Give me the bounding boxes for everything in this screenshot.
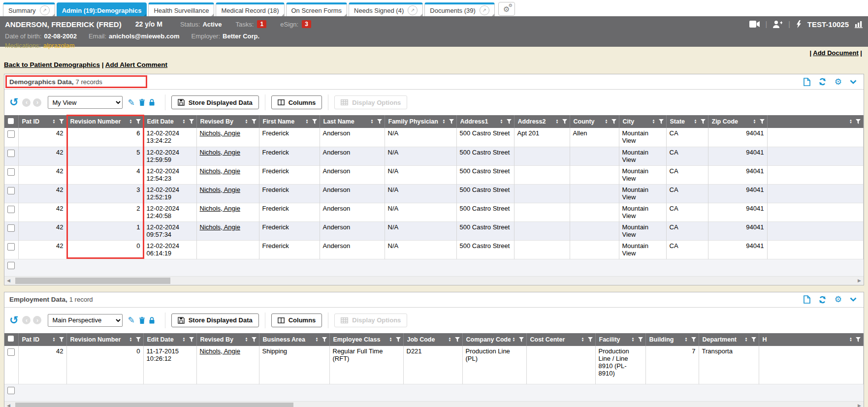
cell-revised-by-link[interactable] [196, 240, 259, 259]
column-header[interactable]: Address2 ▲▼ [514, 115, 570, 128]
cell-revised-by-link[interactable]: Nichols, Angie [196, 346, 259, 384]
tab-summary[interactable]: Summary ↗ [3, 2, 55, 16]
hscrollbar-thumb[interactable] [15, 403, 293, 407]
view-select[interactable]: My View [48, 96, 123, 109]
filter-funnel-icon[interactable] [562, 119, 567, 124]
sort-icon[interactable]: ▲▼ [513, 337, 515, 342]
column-header[interactable]: Revision Number ▲▼ [66, 333, 143, 346]
store-displayed-data-button[interactable]: Store Displayed Data [171, 313, 259, 327]
filter-funnel-icon[interactable] [519, 337, 524, 342]
sort-icon[interactable]: ▲▼ [632, 337, 635, 342]
select-all-checkbox[interactable] [8, 336, 14, 342]
column-header[interactable]: Revision Number ▲▼ [66, 115, 143, 128]
filter-funnel-icon[interactable] [760, 119, 765, 124]
select-all-header[interactable] [4, 115, 18, 128]
filter-funnel-icon[interactable] [691, 337, 696, 342]
panel-settings-gear-icon[interactable]: ⚙ [835, 295, 842, 304]
back-to-demographics-link[interactable]: Back to Patient Demographics [4, 61, 100, 68]
row-checkbox[interactable] [7, 348, 15, 356]
scroll-right-arrow[interactable]: ▶ [858, 278, 861, 283]
filter-funnel-icon[interactable] [136, 337, 141, 342]
medications-value[interactable]: alprazolam [43, 42, 75, 49]
sort-icon[interactable]: ▲▼ [129, 119, 132, 124]
filter-funnel-icon[interactable] [189, 337, 194, 342]
column-header[interactable]: Company Code ▲▼ [462, 333, 526, 346]
edit-view-pencil-icon[interactable]: ✎ [128, 316, 134, 324]
undo-icon[interactable]: ↺ [9, 97, 18, 108]
new-document-icon[interactable] [804, 295, 810, 304]
view-select[interactable]: Main Perspective [48, 314, 123, 327]
add-person-icon[interactable] [773, 21, 782, 28]
cell-revised-by-link[interactable]: Nichols, Angie [196, 203, 259, 221]
row-checkbox[interactable] [7, 262, 15, 269]
column-header[interactable]: Facility ▲▼ [595, 333, 645, 346]
horizontal-scrollbar[interactable]: ◀ ▶ [4, 277, 864, 285]
filter-funnel-icon[interactable] [59, 337, 64, 342]
column-header[interactable]: Pat ID ▲▼ [18, 333, 66, 346]
column-header[interactable]: ▲▼ [767, 115, 864, 128]
add-alert-comment-link[interactable]: Add Alert Comment [105, 61, 167, 68]
column-header[interactable]: Pat ID ▲▼ [18, 115, 66, 128]
sort-icon[interactable]: ▲▼ [53, 119, 56, 124]
filter-funnel-icon[interactable] [189, 119, 194, 124]
filter-funnel-icon[interactable] [751, 337, 756, 342]
column-header[interactable]: H ▲▼ [759, 333, 864, 346]
hscrollbar-thumb[interactable] [15, 278, 170, 284]
column-header[interactable]: Edit Date ▲▼ [143, 115, 196, 128]
filter-funnel-icon[interactable] [659, 119, 664, 124]
column-header[interactable]: State ▲▼ [666, 115, 708, 128]
column-header[interactable]: Revised By ▲▼ [196, 115, 259, 128]
row-checkbox[interactable] [7, 187, 15, 194]
filter-funnel-icon[interactable] [856, 119, 861, 124]
scroll-right-arrow[interactable]: ▶ [858, 403, 861, 407]
column-header[interactable]: Address1 ▲▼ [456, 115, 514, 128]
collapse-chevron-icon[interactable] [850, 80, 857, 84]
sort-icon[interactable]: ▲▼ [652, 119, 655, 124]
sort-icon[interactable]: ▲▼ [605, 119, 608, 124]
sort-icon[interactable]: ▲▼ [745, 337, 748, 342]
sort-icon[interactable]: ▲▼ [245, 337, 248, 342]
row-checkbox[interactable] [7, 206, 15, 213]
columns-button[interactable]: Columns [271, 95, 322, 109]
cell-revised-by-link[interactable]: Nichols, Angie [196, 165, 259, 184]
settings-tab-button[interactable]: ⚙ ⚙ [498, 2, 515, 16]
add-document-link[interactable]: Add Document [813, 49, 858, 57]
sort-icon[interactable]: ▲▼ [685, 337, 688, 342]
collapse-chevron-icon[interactable] [850, 297, 857, 302]
panel-settings-gear-icon[interactable]: ⚙ [835, 78, 842, 86]
sort-icon[interactable]: ▲▼ [443, 119, 446, 124]
row-checkbox[interactable] [7, 243, 15, 250]
popout-circle-icon[interactable]: ↗ [408, 5, 418, 15]
sort-icon[interactable]: ▲▼ [53, 337, 56, 342]
scroll-left-arrow[interactable]: ◀ [7, 278, 10, 283]
column-header[interactable]: Family Physician ▲▼ [385, 115, 456, 128]
columns-button[interactable]: Columns [271, 313, 322, 327]
sort-icon[interactable]: ▲▼ [753, 119, 756, 124]
lock-view-icon[interactable] [149, 317, 155, 324]
row-checkbox[interactable] [7, 387, 15, 394]
refresh-icon[interactable] [818, 296, 827, 304]
tab-admin-demographics[interactable]: Admin (19):Demographics [57, 2, 147, 16]
tab-health-surveillance[interactable]: Health Surveillance [148, 2, 214, 16]
bar-chart-icon[interactable] [855, 21, 863, 28]
sort-icon[interactable]: ▲▼ [694, 119, 697, 124]
filter-funnel-icon[interactable] [322, 337, 327, 342]
undo-icon[interactable]: ↺ [9, 315, 18, 326]
tasks-badge[interactable]: 1 [257, 20, 266, 28]
column-header[interactable]: Last Name ▲▼ [320, 115, 385, 128]
row-checkbox[interactable] [7, 168, 15, 176]
filter-funnel-icon[interactable] [252, 337, 257, 342]
column-header[interactable]: Job Code ▲▼ [403, 333, 462, 346]
popout-circle-icon[interactable]: ↗ [480, 5, 489, 15]
column-header[interactable]: Cost Center ▲▼ [526, 333, 595, 346]
tab-medical-record[interactable]: Medical Record (18) [216, 2, 284, 16]
sort-icon[interactable]: ▲▼ [500, 119, 503, 124]
new-document-icon[interactable] [804, 78, 810, 86]
filter-funnel-icon[interactable] [312, 119, 317, 124]
filter-funnel-icon[interactable] [588, 337, 593, 342]
row-checkbox[interactable] [7, 224, 15, 232]
column-header[interactable]: Department ▲▼ [699, 333, 759, 346]
sort-icon[interactable]: ▲▼ [371, 119, 374, 124]
tab-on-screen-forms[interactable]: On Screen Forms [286, 2, 348, 16]
filter-funnel-icon[interactable] [638, 337, 643, 342]
